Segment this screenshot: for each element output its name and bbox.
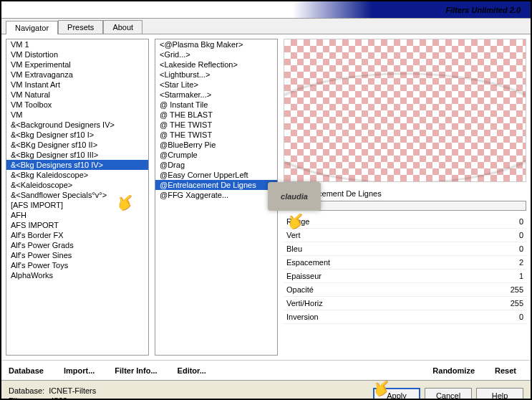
filter-item[interactable]: @ THE BLAST (155, 110, 277, 120)
apply-button[interactable]: Apply (373, 388, 420, 401)
filter-item[interactable]: <Lightburst...> (155, 70, 277, 80)
param-value: 0 (519, 217, 523, 226)
param-row[interactable]: Vert0 (284, 229, 526, 242)
category-item[interactable]: AlphaWorks (6, 270, 148, 280)
category-item[interactable]: Alf's Power Toys (6, 260, 148, 270)
curve-decoration (284, 133, 526, 182)
category-item[interactable]: &<Bkg Designers sf10 IV> (6, 160, 148, 170)
tab-about[interactable]: About (103, 20, 142, 34)
category-item[interactable]: VM 1 (6, 39, 148, 49)
category-item[interactable]: VM Extravaganza (6, 70, 148, 80)
category-item[interactable]: &<BKg Designer sf10 II> (6, 140, 148, 150)
category-item[interactable]: VM Distortion (6, 49, 148, 59)
category-item[interactable]: VM Instant Art (6, 80, 148, 90)
param-name: Vert (286, 231, 301, 239)
category-item[interactable]: VM Toolbox (6, 100, 148, 110)
param-row[interactable]: Espacement2 (284, 256, 526, 270)
filter-list[interactable]: <@Plasma Bkg Maker><Grid...><Lakeside Re… (155, 39, 278, 356)
category-item[interactable]: [AFS IMPORT] (6, 200, 148, 210)
param-value: 0 (519, 244, 523, 253)
category-item[interactable]: Alf's Power Sines (6, 250, 148, 260)
category-item[interactable]: VM Experimental (6, 59, 148, 70)
preview-image (284, 39, 526, 182)
filter-item[interactable]: @ THE TWIST (155, 120, 277, 130)
category-item[interactable]: VM (6, 110, 148, 120)
category-item[interactable]: AFH (6, 210, 148, 220)
param-name: Bleu (286, 244, 302, 253)
parameter-list: Rouge0Vert0Bleu0Espacement2Epaisseur1Opa… (284, 215, 526, 356)
main-area: VM 1VM DistortionVM ExperimentalVM Extra… (1, 34, 531, 360)
category-item[interactable]: &<Bkg Designer sf10 I> (6, 130, 148, 140)
reset-link[interactable]: Reset (495, 366, 516, 375)
param-row[interactable]: Opacité255 (284, 283, 526, 297)
filter-item[interactable]: @ Instant Tile (155, 100, 277, 110)
filter-item[interactable]: <@Plasma Bkg Maker> (155, 39, 277, 49)
randomize-link[interactable]: Randomize (432, 366, 475, 375)
category-item[interactable]: VM Natural (6, 90, 148, 100)
param-name: Verti/Horiz (286, 299, 323, 308)
editor-link[interactable]: Editor... (178, 366, 206, 375)
param-row[interactable]: Inversion0 (284, 310, 526, 324)
filter-item[interactable]: @ THE TWIST (155, 130, 277, 140)
category-item[interactable]: &<Bkg Kaleidoscope> (6, 170, 148, 180)
category-item[interactable]: &<Sandflower Specials°v°> (6, 190, 148, 200)
param-value: 0 (519, 313, 523, 321)
param-value: 1 (519, 272, 523, 280)
category-item[interactable]: &<Bkg Designer sf10 III> (6, 150, 148, 160)
category-item[interactable]: AFS IMPORT (6, 220, 148, 230)
param-value: 2 (519, 258, 523, 267)
title-bar: Filters Unlimited 2.0 (1, 1, 531, 19)
param-name: Rouge (286, 217, 309, 226)
tab-strip: Navigator Presets About (1, 19, 531, 34)
param-row[interactable]: Verti/Horiz255 (284, 297, 526, 310)
tab-presets[interactable]: Presets (58, 20, 103, 34)
param-row[interactable]: Epaisseur1 (284, 270, 526, 283)
param-name: Espacement (286, 258, 330, 267)
filter-item[interactable]: @Crumple (155, 150, 277, 160)
category-item[interactable]: &<Kaleidoscope> (6, 180, 148, 190)
filter-item[interactable]: @FFG Xaggerate... (155, 190, 277, 200)
category-item[interactable]: Alf's Power Grads (6, 240, 148, 250)
filter-item[interactable]: @BlueBerry Pie (155, 140, 277, 150)
filter-item[interactable]: <Lakeside Reflection> (155, 59, 277, 70)
filter-item[interactable]: <Grid...> (155, 49, 277, 59)
param-name: Epaisseur (286, 272, 321, 280)
filter-item[interactable]: <Star Lite> (155, 80, 277, 90)
param-name: Inversion (286, 313, 319, 321)
help-button[interactable]: Help (476, 388, 523, 401)
database-link[interactable]: Database (9, 366, 44, 375)
filter-item[interactable]: @Easy Corner UpperLeft (155, 170, 277, 180)
footer-info: Database: ICNET-Filters Filters: 4523 (9, 386, 369, 401)
filter-item[interactable]: <Starmaker...> (155, 90, 277, 100)
category-item[interactable]: &<Background Designers IV> (6, 120, 148, 130)
category-list[interactable]: VM 1VM DistortionVM ExperimentalVM Extra… (6, 39, 149, 356)
param-row[interactable]: Rouge0 (284, 215, 526, 229)
curve-decoration (284, 67, 526, 124)
param-row[interactable]: Bleu0 (284, 242, 526, 256)
footer: Database: ICNET-Filters Filters: 4523 Ap… (1, 380, 531, 400)
param-value: 255 (511, 299, 523, 308)
param-name: Opacité (286, 285, 314, 294)
param-value: 255 (511, 285, 523, 294)
watermark: claudia (268, 182, 321, 211)
filter-item[interactable]: @Entrelacement De Lignes (155, 180, 277, 190)
cancel-button[interactable]: Cancel (425, 388, 472, 401)
link-row: Database Import... Filter Info... Editor… (1, 360, 531, 380)
category-item[interactable]: Alf's Border FX (6, 230, 148, 240)
filter-item[interactable]: @Drag (155, 160, 277, 170)
app-title: Filters Unlimited 2.0 (445, 6, 521, 14)
tab-navigator[interactable]: Navigator (6, 21, 58, 34)
import-link[interactable]: Import... (64, 366, 95, 375)
param-value: 0 (519, 231, 523, 239)
filterinfo-link[interactable]: Filter Info... (115, 366, 157, 375)
